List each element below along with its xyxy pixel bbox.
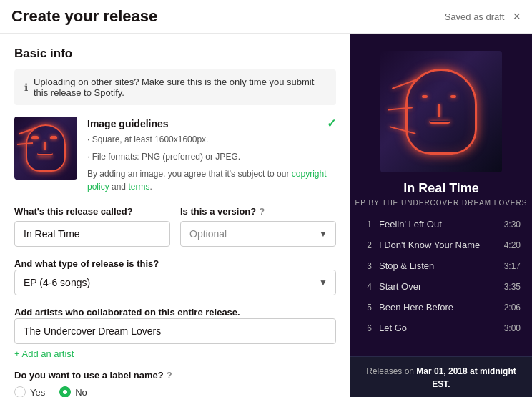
add-artist-link[interactable]: + Add an artist <box>14 348 75 359</box>
radio-no[interactable]: No <box>59 386 87 397</box>
image-guidelines: Image guidelines ✓ · Square, at least 16… <box>87 117 336 193</box>
preview-eye-left <box>422 95 428 98</box>
track-number: 5 <box>362 303 372 313</box>
image-guidelines-line2: · File formats: PNG (preferred) or JPEG. <box>87 150 336 163</box>
preview-subtitle: EP BY THE UNDERCOVER DREAM LOVERS <box>355 199 528 207</box>
release-name-row: What's this release called? Is this a ve… <box>14 206 336 247</box>
track-duration: 4:20 <box>504 240 521 250</box>
version-select[interactable]: Optional <box>180 221 336 247</box>
track-item: 3 Stop & Listen 3:17 <box>356 255 526 276</box>
radio-no-label: No <box>75 387 87 398</box>
page-title: Create your release <box>11 7 157 26</box>
album-thumbnail[interactable] <box>14 117 77 180</box>
track-item: 5 Been Here Before 2:06 <box>356 297 526 318</box>
release-name-group: What's this release called? <box>14 206 170 247</box>
release-footer-text: Releases on Mar 01, 2018 at midnight EST… <box>366 366 516 389</box>
radio-yes[interactable]: Yes <box>14 386 45 397</box>
track-name: Been Here Before <box>379 302 497 313</box>
image-guidelines-note: By adding an image, you agree that it's … <box>87 167 336 193</box>
image-guidelines-title: Image guidelines ✓ <box>87 117 336 130</box>
info-icon: ℹ <box>24 82 28 93</box>
radio-yes-label: Yes <box>30 387 45 398</box>
track-name: Stop & Listen <box>379 260 497 271</box>
preview-face <box>402 65 481 158</box>
preview-nose <box>438 104 440 117</box>
track-list: 1 Feelin' Left Out 3:30 2 I Don't Know Y… <box>350 214 532 356</box>
track-name: Start Over <box>379 281 497 292</box>
track-duration: 3:00 <box>504 323 521 333</box>
saved-status: Saved as draft <box>445 11 505 22</box>
artists-label: Add artists who collaborated on this ent… <box>14 307 240 318</box>
label-section: Do you want to use a label name? ? Yes N… <box>14 370 336 397</box>
label-question: Do you want to use a label name? ? <box>14 370 336 381</box>
copyright-link[interactable]: copyright policy <box>87 169 327 192</box>
top-bar: Create your release Saved as draft × <box>0 0 532 34</box>
track-number: 3 <box>362 261 372 271</box>
section-title: Basic info <box>14 46 336 61</box>
release-name-input[interactable] <box>14 221 170 247</box>
check-icon: ✓ <box>327 117 336 130</box>
track-number: 6 <box>362 323 372 333</box>
image-guidelines-line1: · Square, at least 1600x1600px. <box>87 133 336 146</box>
image-section: Image guidelines ✓ · Square, at least 16… <box>14 117 336 193</box>
track-number: 1 <box>362 220 372 230</box>
version-info-icon[interactable]: ? <box>259 206 265 217</box>
artist-input[interactable] <box>14 318 336 344</box>
track-duration: 3:17 <box>504 261 521 271</box>
release-type-select-wrapper: EP (4-6 songs) Single Album ▼ <box>14 270 336 295</box>
preview-title: In Real Time <box>403 181 479 196</box>
radio-no-circle <box>59 386 71 397</box>
track-item: 2 I Don't Know Your Name 4:20 <box>356 235 526 255</box>
track-name: I Don't Know Your Name <box>379 240 497 250</box>
info-banner: ℹ Uploading on other sites? Make sure th… <box>14 69 336 105</box>
radio-yes-circle <box>14 386 26 397</box>
label-info-icon[interactable]: ? <box>167 370 172 381</box>
terms-link[interactable]: terms <box>128 182 149 192</box>
release-footer: Releases on Mar 01, 2018 at midnight EST… <box>350 356 532 397</box>
left-panel: Basic info ℹ Uploading on other sites? M… <box>0 34 350 397</box>
track-duration: 3:30 <box>504 220 521 230</box>
preview-mouth <box>429 121 450 124</box>
release-name-label: What's this release called? <box>14 206 170 217</box>
release-type-label: And what type of release is this? <box>14 258 159 269</box>
label-radio-group: Yes No <box>14 386 336 397</box>
main-content: Basic info ℹ Uploading on other sites? M… <box>0 34 532 397</box>
track-item: 1 Feelin' Left Out 3:30 <box>356 214 526 235</box>
track-number: 2 <box>362 240 372 250</box>
banner-text: Uploading on other sites? Make sure this… <box>34 77 326 98</box>
track-duration: 3:35 <box>504 282 521 292</box>
track-item: 4 Start Over 3:35 <box>356 276 526 297</box>
version-group: Is this a version? ? Optional ▼ <box>180 206 336 247</box>
track-item: 6 Let Go 3:00 <box>356 318 526 338</box>
version-label: Is this a version? ? <box>180 206 336 217</box>
preview-album-art <box>380 51 502 172</box>
track-name: Let Go <box>379 323 497 333</box>
track-duration: 2:06 <box>504 303 521 313</box>
version-select-wrapper: Optional ▼ <box>180 221 336 247</box>
track-name: Feelin' Left Out <box>379 219 497 230</box>
top-bar-actions: Saved as draft × <box>445 10 521 23</box>
release-type-select[interactable]: EP (4-6 songs) Single Album <box>14 270 336 295</box>
close-button[interactable]: × <box>513 10 521 23</box>
preview-face-outline <box>405 69 477 155</box>
artists-group: Add artists who collaborated on this ent… <box>14 305 336 360</box>
release-type-group: And what type of release is this? EP (4-… <box>14 257 336 295</box>
preview-eye-right <box>450 95 456 98</box>
track-number: 4 <box>362 282 372 292</box>
right-panel: In Real Time EP BY THE UNDERCOVER DREAM … <box>350 34 532 397</box>
